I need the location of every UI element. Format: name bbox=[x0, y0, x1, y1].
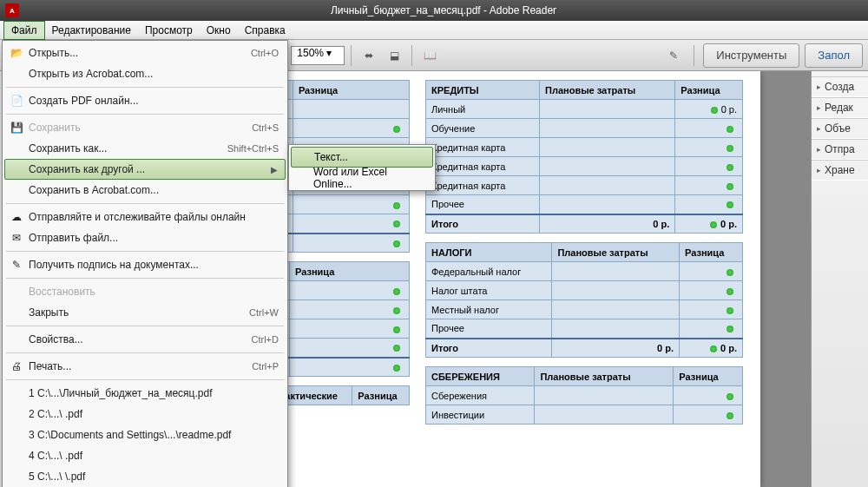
menu-file[interactable]: Файл bbox=[3, 21, 45, 40]
rp-combine[interactable]: ▸Объе bbox=[812, 118, 868, 139]
submenu-arrow-icon: ▶ bbox=[271, 165, 278, 174]
fm-send-track[interactable]: ☁Отправляйте и отслеживайте файлы онлайн bbox=[4, 207, 286, 227]
fm-restore: Восстановить bbox=[4, 281, 286, 302]
budget-table-taxes: НАЛОГИПлановые затратыРазница Федеральны… bbox=[425, 242, 743, 358]
app-icon: A bbox=[5, 3, 19, 17]
fm-recent3[interactable]: 3 C:\Documents and Settings\...\readme.p… bbox=[4, 424, 286, 445]
folder-open-icon: 📂 bbox=[10, 46, 23, 60]
fm-create-pdf[interactable]: 📄Создать PDF онлайн... bbox=[4, 90, 286, 111]
zoom-select[interactable]: 150% ▾ bbox=[291, 46, 345, 65]
save-icon: 💾 bbox=[10, 121, 23, 135]
fit-page-icon[interactable]: ⬓ bbox=[383, 44, 405, 67]
menu-edit[interactable]: Редактирование bbox=[45, 22, 138, 39]
fm-recent1[interactable]: 1 C:\...\Личный_бюджет_на_месяц.pdf bbox=[4, 383, 286, 404]
fm-open-acrobat[interactable]: Открыть из Acrobat.com... bbox=[4, 63, 286, 84]
fm-recent5[interactable]: 5 C:\...\ \.pdf bbox=[4, 466, 286, 487]
menu-window[interactable]: Окно bbox=[200, 22, 238, 39]
print-icon: 🖨 bbox=[10, 359, 23, 373]
budget-table-savings: СБЕРЕЖЕНИЯПлановые затратыРазница Сбереж… bbox=[425, 366, 743, 424]
fm-recent2[interactable]: 2 C:\...\ .pdf bbox=[4, 404, 286, 424]
fm-props[interactable]: Свойства...Ctrl+D bbox=[4, 329, 286, 350]
rp-send[interactable]: ▸Отпра bbox=[812, 139, 868, 160]
rp-store[interactable]: ▸Хране bbox=[812, 160, 868, 181]
fm-close[interactable]: ЗакрытьCtrl+W bbox=[4, 302, 286, 323]
menu-help[interactable]: Справка bbox=[238, 22, 293, 39]
fm-save-acrobat[interactable]: Сохранить в Acrobat.com... bbox=[4, 180, 286, 201]
fm-save: 💾СохранитьCtrl+S bbox=[4, 117, 286, 138]
menu-view[interactable]: Просмотр bbox=[138, 22, 200, 39]
rp-create[interactable]: ▸Созда bbox=[812, 76, 868, 97]
fm-open[interactable]: 📂Открыть...Ctrl+O bbox=[4, 43, 286, 63]
rp-edit[interactable]: ▸Редак bbox=[812, 97, 868, 118]
fm-recent4[interactable]: 4 C:\...\ .pdf bbox=[4, 445, 286, 466]
fm-send-file[interactable]: ✉Отправить файл... bbox=[4, 227, 286, 248]
sign-icon[interactable]: ✎ bbox=[662, 44, 685, 67]
fm-saveas-other[interactable]: Сохранить как другой ...▶ bbox=[4, 159, 286, 180]
read-mode-icon[interactable]: 📖 bbox=[418, 44, 441, 67]
tools-button[interactable]: Инструменты bbox=[703, 43, 799, 68]
cloud-icon: ☁ bbox=[10, 210, 23, 224]
fill-sign-button[interactable]: Запол bbox=[805, 43, 863, 68]
sm-word-excel[interactable]: Word или Excel Online... bbox=[291, 168, 433, 188]
right-panel: ▸Созда ▸Редак ▸Объе ▸Отпра ▸Хране bbox=[811, 71, 868, 487]
titlebar: A Личный_бюджет_на_месяц.pdf - Adobe Rea… bbox=[0, 0, 868, 21]
saveas-submenu: Текст... Word или Excel Online... bbox=[288, 144, 436, 191]
fm-saveas[interactable]: Сохранить как...Shift+Ctrl+S bbox=[4, 138, 286, 159]
fm-print[interactable]: 🖨Печать...Ctrl+P bbox=[4, 356, 286, 377]
sign-icon: ✎ bbox=[10, 258, 23, 272]
file-menu: 📂Открыть...Ctrl+O Открыть из Acrobat.com… bbox=[2, 40, 288, 487]
fm-get-sign[interactable]: ✎Получить подпись на документах... bbox=[4, 254, 286, 275]
menubar: Файл Редактирование Просмотр Окно Справк… bbox=[0, 21, 868, 40]
sm-text[interactable]: Текст... bbox=[291, 147, 433, 168]
fit-width-icon[interactable]: ⬌ bbox=[358, 44, 380, 67]
mail-icon: ✉ bbox=[10, 231, 23, 245]
window-title: Личный_бюджет_на_месяц.pdf - Adobe Reade… bbox=[24, 4, 863, 16]
create-pdf-icon: 📄 bbox=[10, 94, 23, 108]
budget-table-credits: КРЕДИТЫПлановые затратыРазница Личный0 р… bbox=[425, 80, 743, 234]
